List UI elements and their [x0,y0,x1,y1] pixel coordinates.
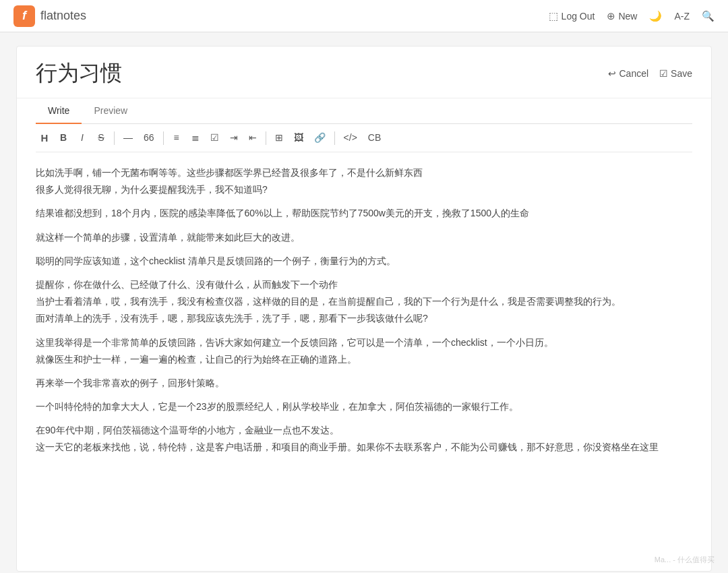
tab-preview[interactable]: Preview [82,98,140,124]
content-paragraph: 在90年代中期，阿伯茨福德这个温哥华的小地方，金融业一点也不发达。这一天它的老板… [36,422,692,456]
save-icon: ☑ [659,68,668,79]
save-button[interactable]: ☑ Save [659,68,692,79]
toolbar-table[interactable]: ⊞ [270,129,288,148]
header: f flatnotes ⬚ Log Out ⊕ New 🌙 A-Z 🔍 [0,0,728,32]
app-name: flatnotes [40,9,86,23]
search-button[interactable]: 🔍 [702,10,715,22]
content-paragraph: 聪明的同学应该知道，这个checklist 清单只是反馈回路的一个例子，衡量行为… [36,253,692,270]
watermark: Ma... - 什么值得买 [655,555,715,565]
logout-button[interactable]: ⬚ Log Out [549,10,595,22]
toolbar-sep-4 [334,131,335,145]
toolbar-ul[interactable]: ≡ [168,129,185,148]
note-title: 行为习惯 [36,59,122,88]
save-label: Save [671,68,692,79]
logo-icon: f [13,5,35,27]
logout-label: Log Out [562,11,595,22]
title-row: 行为习惯 ↩ Cancel ☑ Save [17,47,711,98]
content-paragraph: 比如洗手啊，铺一个无菌布啊等等。这些步骤都医学界已经普及很多年了，不是什么新鲜东… [36,164,692,198]
header-actions: ⬚ Log Out ⊕ New 🌙 A-Z 🔍 [549,10,715,22]
sort-button[interactable]: A-Z [674,11,690,22]
toolbar-hr[interactable]: — [119,129,138,148]
toolbar-todo[interactable]: ☑ [206,129,224,148]
new-icon: ⊕ [607,10,615,22]
toolbar-sep-3 [266,131,266,145]
new-button[interactable]: ⊕ New [607,10,637,22]
content-paragraph: 再来举一个我非常喜欢的例子，回形针策略。 [36,375,692,392]
tab-write[interactable]: Write [36,98,82,124]
logout-icon: ⬚ [549,10,558,22]
cancel-icon: ↩ [608,68,616,79]
content-paragraph: 一个叫特伦特的加拿大大人，它是一个23岁的股票经纪人，刚从学校毕业，在加拿大，阿… [36,398,692,415]
new-label: New [618,11,637,22]
note-content[interactable]: 比如洗手啊，铺一个无菌布啊等等。这些步骤都医学界已经普及很多年了，不是什么新鲜东… [36,152,692,469]
toolbar-heading[interactable]: H [36,128,53,148]
toolbar: H B I S — 66 ≡ ≣ ☑ ⇥ ⇤ ⊞ 🖼 🔗 </> CB [36,124,692,152]
cancel-label: Cancel [619,68,648,79]
editor-area: Write Preview H B I S — 66 ≡ ≣ ☑ ⇥ ⇤ ⊞ 🖼… [17,98,711,482]
content-paragraph: 这里我举得是一个非常简单的反馈回路，告诉大家如何建立一个反馈回路，它可以是一个清… [36,334,692,368]
toolbar-ol[interactable]: ≣ [187,129,204,148]
toolbar-sep-1 [114,131,115,145]
toolbar-bold[interactable]: B [55,129,72,148]
note-page: 行为习惯 ↩ Cancel ☑ Save Write Preview H B I… [16,46,712,572]
logo-area: f flatnotes [13,5,549,27]
content-paragraph: 就这样一个简单的步骤，设置清单，就能带来如此巨大的改进。 [36,229,692,246]
toolbar-blockquote[interactable]: 66 [139,129,159,148]
title-actions: ↩ Cancel ☑ Save [608,68,692,79]
toolbar-italic[interactable]: I [73,129,91,148]
toolbar-strikethrough[interactable]: S [92,129,110,148]
toolbar-sep-2 [163,131,164,145]
toolbar-link[interactable]: 🔗 [309,129,330,148]
cancel-button[interactable]: ↩ Cancel [608,68,648,79]
moon-icon: 🌙 [649,10,662,22]
toolbar-cb[interactable]: CB [363,129,386,148]
toolbar-code[interactable]: </> [339,129,362,148]
toolbar-outdent[interactable]: ⇤ [244,129,262,148]
toolbar-indent[interactable]: ⇥ [225,129,243,148]
editor-tabs: Write Preview [36,98,692,124]
sort-label: A-Z [674,11,690,22]
toolbar-image[interactable]: 🖼 [289,129,308,148]
search-icon: 🔍 [702,10,715,22]
dark-mode-button[interactable]: 🌙 [649,10,662,22]
content-paragraph: 结果谁都没想到，18个月内，医院的感染率降低了60%以上，帮助医院节约了7500… [36,205,692,222]
content-paragraph: 提醒你，你在做什么、已经做了什么、没有做什么，从而触发下一个动作当护士看着清单，… [36,276,692,328]
